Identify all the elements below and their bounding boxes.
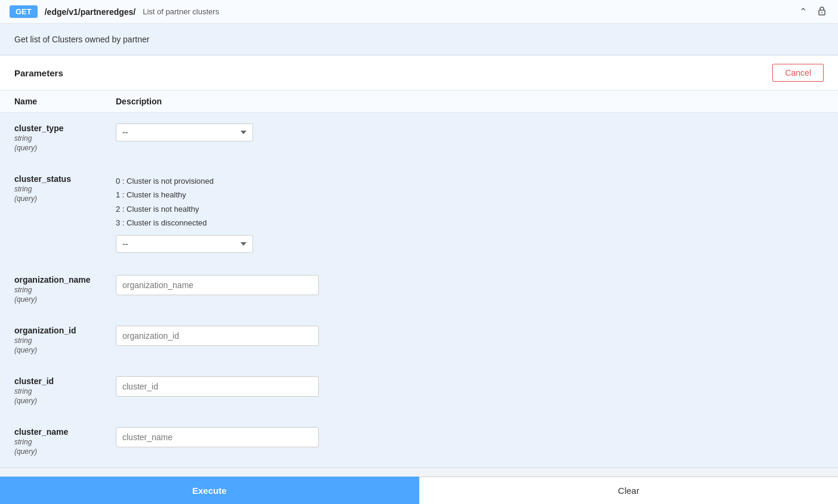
param-type-organization-id: string: [14, 336, 116, 345]
status-options: 0 : Cluster is not provisioned 1 : Clust…: [116, 174, 824, 230]
status-option-3: 3 : Cluster is disconnected: [116, 216, 824, 230]
param-desc-cell-cluster-name: [116, 427, 824, 447]
cluster-id-input[interactable]: [116, 376, 319, 397]
description-section: Get list of Clusters owned by partner: [0, 24, 838, 55]
cluster-status-select[interactable]: --: [116, 235, 253, 253]
param-desc-cell-organization-id: [116, 326, 824, 346]
collapse-button[interactable]: ⌃: [797, 5, 809, 19]
col-name-header: Name: [14, 97, 116, 106]
header-actions: ⌃: [797, 5, 828, 19]
endpoint-description: List of partner clusters: [143, 7, 219, 16]
status-option-0: 0 : Cluster is not provisioned: [116, 174, 824, 188]
parameters-header: Parameters Cancel: [0, 55, 838, 91]
parameters-title: Parameters: [14, 68, 63, 78]
cluster-type-select[interactable]: --: [116, 123, 253, 141]
param-name-cell-cluster-name: cluster_name string (query): [14, 427, 116, 456]
params-table-header: Name Description: [0, 91, 838, 113]
param-location-organization-id: (query): [14, 346, 116, 354]
param-location-organization-name: (query): [14, 295, 116, 304]
parameters-section: Parameters Cancel Name Description clust…: [0, 55, 838, 468]
main-content: Get list of Clusters owned by partner Pa…: [0, 24, 838, 504]
param-row-organization-id: organization_id string (query): [0, 315, 838, 366]
param-type-cluster-type: string: [14, 134, 116, 143]
param-name-cell-cluster-status: cluster_status string (query): [14, 174, 116, 203]
param-name-cell-cluster-type: cluster_type string (query): [14, 123, 116, 152]
cluster-name-input[interactable]: [116, 427, 319, 447]
lock-button[interactable]: [815, 5, 828, 19]
col-description-header: Description: [116, 97, 824, 106]
endpoint-path: /edge/v1/partneredges/: [45, 7, 136, 17]
param-type-cluster-id: string: [14, 387, 116, 395]
param-name-cell-cluster-id: cluster_id string (query): [14, 376, 116, 405]
param-desc-cell-organization-name: [116, 275, 824, 295]
param-location-cluster-id: (query): [14, 397, 116, 405]
organization-id-input[interactable]: [116, 326, 319, 346]
param-name-organization-id: organization_id: [14, 326, 116, 335]
param-type-cluster-name: string: [14, 438, 116, 446]
param-row-cluster-status: cluster_status string (query) 0 : Cluste…: [0, 163, 838, 264]
svg-point-1: [821, 12, 822, 13]
cancel-button[interactable]: Cancel: [772, 64, 824, 82]
param-desc-cell-cluster-id: [116, 376, 824, 397]
status-option-2: 2 : Cluster is not healthy: [116, 202, 824, 216]
param-row-organization-name: organization_name string (query): [0, 264, 838, 315]
param-name-cluster-name: cluster_name: [14, 427, 116, 437]
param-row-cluster-type: cluster_type string (query) --: [0, 113, 838, 163]
param-name-cluster-id: cluster_id: [14, 376, 116, 386]
param-name-cell-organization-name: organization_name string (query): [14, 275, 116, 304]
param-location-cluster-status: (query): [14, 194, 116, 203]
header-bar: GET /edge/v1/partneredges/ List of partn…: [0, 0, 838, 24]
organization-name-input[interactable]: [116, 275, 319, 295]
page-wrapper: GET /edge/v1/partneredges/ List of partn…: [0, 0, 838, 504]
param-row-cluster-name: cluster_name string (query): [0, 416, 838, 467]
method-badge: GET: [10, 5, 38, 18]
param-name-cluster-status: cluster_status: [14, 174, 116, 184]
param-name-cluster-type: cluster_type: [14, 123, 116, 133]
param-location-cluster-name: (query): [14, 447, 116, 456]
param-desc-cell-cluster-type: --: [116, 123, 824, 141]
execute-button[interactable]: Execute: [0, 477, 419, 504]
description-text: Get list of Clusters owned by partner: [14, 35, 149, 44]
param-type-organization-name: string: [14, 286, 116, 294]
param-type-cluster-status: string: [14, 185, 116, 193]
clear-button[interactable]: Clear: [419, 477, 839, 504]
param-desc-cell-cluster-status: 0 : Cluster is not provisioned 1 : Clust…: [116, 174, 824, 253]
status-option-1: 1 : Cluster is healthy: [116, 188, 824, 202]
param-name-cell-organization-id: organization_id string (query): [14, 326, 116, 354]
footer-buttons: Execute Clear: [0, 477, 838, 504]
param-location-cluster-type: (query): [14, 144, 116, 152]
param-name-organization-name: organization_name: [14, 275, 116, 285]
param-row-cluster-id: cluster_id string (query): [0, 366, 838, 416]
